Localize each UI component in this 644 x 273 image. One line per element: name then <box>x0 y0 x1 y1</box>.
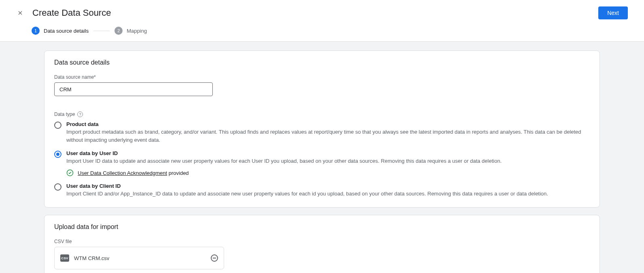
radio-user-id[interactable] <box>54 151 61 158</box>
file-box: CSV WTM CRM.csv <box>54 247 224 269</box>
next-button[interactable]: Next <box>598 6 628 19</box>
page-title: Create Data Source <box>32 8 111 18</box>
radio-user-id-desc: Import User ID data to update and associ… <box>66 157 590 165</box>
step-1-circle: 1 <box>32 27 40 35</box>
help-icon[interactable]: ? <box>77 111 83 117</box>
data-source-name-input[interactable] <box>54 82 213 96</box>
radio-user-id-title: User data by User ID <box>66 150 590 156</box>
step-1[interactable]: 1 Data source details <box>32 27 89 35</box>
radio-client-id[interactable] <box>54 183 61 191</box>
upload-card: Upload data for import CSV file CSV WTM … <box>44 215 600 273</box>
csv-file-label: CSV file <box>54 239 590 244</box>
data-source-name-label: Data source name* <box>54 74 590 80</box>
radio-option-client-id: User data by Client ID Import Client ID … <box>54 183 590 198</box>
step-2-circle: 2 <box>114 27 123 35</box>
acknowledgment-link[interactable]: User Data Collection Acknowledgment <box>78 170 167 176</box>
radio-option-product-data: Product data Import product metadata suc… <box>54 121 590 144</box>
data-source-details-card: Data source details Data source name* Da… <box>44 50 600 208</box>
radio-product-desc: Import product metadata such as brand, c… <box>66 128 590 144</box>
close-icon[interactable] <box>16 9 24 17</box>
radio-product-title: Product data <box>66 121 590 127</box>
radio-option-user-id: User data by User ID Import User ID data… <box>54 150 590 176</box>
step-2[interactable]: 2 Mapping <box>114 27 147 35</box>
details-card-title: Data source details <box>54 59 590 66</box>
step-1-label: Data source details <box>44 28 89 34</box>
remove-file-icon[interactable] <box>211 254 218 262</box>
acknowledgment-suffix: provided <box>167 170 189 176</box>
radio-product-data[interactable] <box>54 122 61 129</box>
data-type-label: Data type <box>54 111 75 117</box>
radio-client-id-desc: Import Client ID and/or App_Instance_ID … <box>66 190 590 198</box>
radio-client-id-title: User data by Client ID <box>66 183 590 189</box>
step-2-label: Mapping <box>127 28 147 34</box>
upload-card-title: Upload data for import <box>54 223 590 231</box>
check-circle-icon <box>66 169 74 176</box>
step-divider <box>93 31 110 31</box>
stepper: 1 Data source details 2 Mapping <box>0 24 644 42</box>
file-name: WTM CRM.csv <box>74 255 206 261</box>
csv-icon: CSV <box>60 254 69 262</box>
